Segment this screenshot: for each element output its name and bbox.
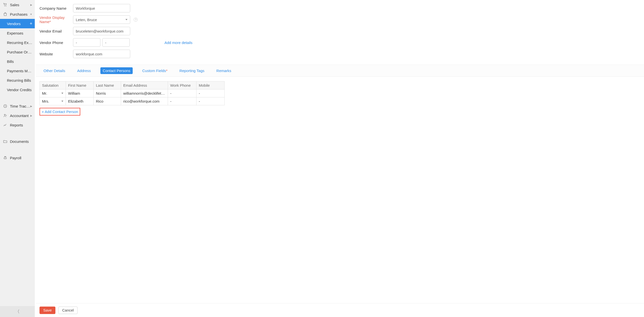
- select-value: Leten, Bruce: [76, 18, 97, 22]
- sidebar-item-vendors[interactable]: Vendors +: [0, 19, 35, 28]
- cell-salutation-select[interactable]: Mrs.: [42, 99, 63, 103]
- cell-salutation-select[interactable]: Mr.: [42, 91, 63, 96]
- sidebar-label: Time Tracking: [10, 104, 30, 108]
- svg-point-3: [4, 114, 6, 116]
- sidebar-item-time-tracking[interactable]: Time Tracking ▶: [0, 101, 35, 111]
- sidebar-label: Payroll: [10, 156, 32, 160]
- sidebar-item-bills[interactable]: Bills: [0, 57, 35, 66]
- tab-label: Custom Fields: [142, 68, 166, 73]
- sidebar-item-purchases[interactable]: Purchases ▼: [0, 10, 35, 19]
- sidebar-item-purchase-orders[interactable]: Purchase Orders: [0, 47, 35, 57]
- cell-work-phone[interactable]: -: [168, 98, 196, 105]
- cell-last-name[interactable]: Norris: [94, 90, 121, 98]
- chevron-down-icon: ▼: [30, 13, 32, 16]
- sidebar-label: Expenses: [7, 31, 32, 35]
- link-add-contact-person[interactable]: + Add Contact Person: [40, 108, 80, 116]
- tab-contact-persons[interactable]: Contact Persons: [100, 67, 133, 74]
- svg-point-0: [4, 6, 5, 6]
- sidebar-item-sales[interactable]: Sales ▶: [0, 0, 35, 10]
- label-vendor-display-name: Vendor Display Name: [40, 16, 73, 24]
- cell-mobile[interactable]: -: [199, 99, 200, 103]
- sidebar-item-recurring-expenses[interactable]: Recurring Expenses: [0, 38, 35, 47]
- help-icon[interactable]: ?: [134, 18, 138, 22]
- sidebar-item-documents[interactable]: Documents: [0, 137, 35, 146]
- sidebar: Sales ▶ Purchases ▼ Vendors + Expenses R…: [0, 0, 35, 190]
- money-bag-icon: [3, 156, 8, 160]
- chart-line-icon: [3, 123, 8, 127]
- chevron-right-icon: ▶: [30, 114, 32, 117]
- input-website[interactable]: [73, 50, 130, 58]
- th-work-phone: Work Phone: [168, 82, 196, 90]
- svg-point-1: [6, 6, 6, 6]
- th-mobile: Mobile: [196, 82, 224, 90]
- sidebar-label: Purchases: [10, 12, 30, 16]
- table-header-row: Salutation First Name Last Name Email Ad…: [40, 82, 224, 90]
- tab-address[interactable]: Address: [75, 67, 94, 74]
- sidebar-item-expenses[interactable]: Expenses: [0, 28, 35, 38]
- table-row: Mr. William Norris williamnorris@decklif…: [40, 90, 224, 98]
- sidebar-item-payments-made[interactable]: Payments Made: [0, 66, 35, 76]
- main-panel: Company Name Vendor Display Name Leten, …: [36, 0, 386, 190]
- cell-first-name[interactable]: William: [66, 90, 94, 98]
- input-vendor-email[interactable]: [73, 27, 130, 35]
- cell-email[interactable]: rico@workforque.com: [121, 98, 168, 105]
- th-salutation: Salutation: [40, 82, 66, 90]
- sidebar-item-recurring-bills[interactable]: Recurring Bills: [0, 76, 35, 85]
- sidebar-label: Purchase Orders: [7, 50, 32, 54]
- th-last-name: Last Name: [94, 82, 121, 90]
- th-email: Email Address: [121, 82, 168, 90]
- cell-first-name[interactable]: Elizabeth: [66, 98, 94, 105]
- sidebar-label: Reports: [10, 123, 32, 127]
- table-row: Mrs. Elizabeth Rico rico@workforque.com …: [40, 98, 224, 105]
- sidebar-label: Documents: [10, 139, 32, 144]
- cell-last-name[interactable]: Rico: [94, 98, 121, 105]
- contact-persons-section: Salutation First Name Last Name Email Ad…: [36, 77, 386, 118]
- tab-remarks[interactable]: Remarks: [214, 67, 234, 74]
- folder-icon: [3, 139, 8, 144]
- input-vendor-phone-1[interactable]: [73, 38, 100, 47]
- person-icon: [3, 113, 8, 118]
- link-add-more-details[interactable]: Add more details: [164, 40, 192, 45]
- chevron-right-icon: ▶: [30, 105, 32, 108]
- cell-work-phone[interactable]: -: [168, 90, 196, 98]
- clock-icon: [3, 104, 8, 108]
- tab-other-details[interactable]: Other Details: [41, 67, 68, 74]
- cart-icon: [3, 2, 8, 7]
- input-company-name[interactable]: [73, 4, 130, 12]
- label-vendor-phone: Vendor Phone: [40, 40, 73, 45]
- sidebar-item-payroll[interactable]: Payroll: [0, 153, 35, 162]
- bag-icon: [3, 12, 8, 16]
- sidebar-label: Bills: [7, 60, 32, 64]
- sidebar-label: Recurring Bills: [7, 78, 32, 82]
- sidebar-item-vendor-credits[interactable]: Vendor Credits: [0, 85, 35, 94]
- sidebar-label: Vendor Credits: [7, 88, 32, 92]
- sidebar-label: Vendors: [7, 22, 30, 26]
- label-company-name: Company Name: [40, 6, 73, 10]
- label-vendor-email: Vendor Email: [40, 29, 73, 33]
- tabs-bar: Other Details Address Contact Persons Cu…: [36, 64, 386, 77]
- contact-persons-table: Salutation First Name Last Name Email Ad…: [40, 81, 224, 105]
- tab-reporting-tags[interactable]: Reporting Tags: [177, 67, 207, 74]
- cell-mobile[interactable]: -: [199, 91, 200, 96]
- sidebar-label: Sales: [10, 3, 30, 7]
- tab-custom-fields[interactable]: Custom Fields*: [140, 67, 170, 74]
- select-vendor-display-name[interactable]: Leten, Bruce: [73, 16, 130, 24]
- sidebar-item-accountant[interactable]: Accountant ▶: [0, 111, 35, 120]
- cell-email[interactable]: williamnorris@decklifeth.com: [121, 90, 168, 98]
- sidebar-label: Accountant: [10, 114, 30, 118]
- sidebar-label: Recurring Expenses: [7, 40, 32, 45]
- input-vendor-phone-2[interactable]: [102, 38, 130, 47]
- chevron-right-icon: ▶: [30, 4, 32, 6]
- vendor-form: Company Name Vendor Display Name Leten, …: [36, 0, 386, 64]
- sidebar-purchases-submenu: Vendors + Expenses Recurring Expenses Pu…: [0, 19, 35, 94]
- plus-icon[interactable]: +: [30, 21, 32, 26]
- sidebar-label: Payments Made: [7, 69, 32, 73]
- th-first-name: First Name: [66, 82, 94, 90]
- label-website: Website: [40, 52, 73, 56]
- sidebar-item-reports[interactable]: Reports: [0, 120, 35, 130]
- required-asterisk: *: [166, 68, 168, 73]
